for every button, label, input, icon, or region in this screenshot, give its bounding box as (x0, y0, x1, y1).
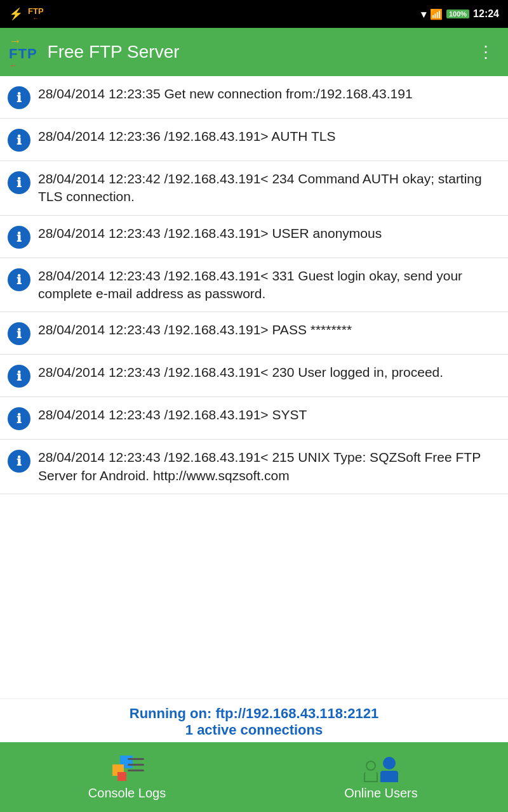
console-logs-icon (110, 754, 144, 782)
log-text: 28/04/2014 12:23:42 /192.168.43.191< 234… (38, 170, 500, 206)
log-text: 28/04/2014 12:23:36 /192.168.43.191> AUT… (38, 128, 500, 145)
log-item: ℹ28/04/2014 12:23:42 /192.168.43.191< 23… (0, 161, 508, 216)
online-users-icon (364, 754, 398, 782)
wifi-icon: ▾ (421, 8, 426, 20)
log-item: ℹ28/04/2014 12:23:43 /192.168.43.191< 21… (0, 440, 508, 494)
online-users-label: Online Users (344, 786, 418, 801)
status-right: ▾ 📶 100% 12:24 (421, 8, 499, 20)
log-text: 28/04/2014 12:23:43 /192.168.43.191< 215… (38, 449, 500, 485)
log-item: ℹ28/04/2014 12:23:43 /192.168.43.191> PA… (0, 312, 508, 355)
log-item: ℹ28/04/2014 12:23:35 Get new connection … (0, 76, 508, 119)
arrow-left-icon: ← (9, 61, 18, 70)
log-info-icon: ℹ (8, 365, 30, 388)
log-text: 28/04/2014 12:23:43 /192.168.43.191> PAS… (38, 321, 500, 339)
log-info-icon: ℹ (8, 450, 30, 473)
console-logs-tab[interactable]: Console Logs (0, 754, 254, 801)
log-text: 28/04/2014 12:23:43 /192.168.43.191> USE… (38, 225, 500, 242)
log-item: ℹ28/04/2014 12:23:36 /192.168.43.191> AU… (0, 119, 508, 161)
log-info-icon: ℹ (8, 407, 30, 430)
ftp-status-badge: FTP ← (28, 7, 44, 22)
log-info-icon: ℹ (8, 226, 30, 249)
bottom-navigation: Console Logs Online Users (0, 742, 508, 812)
active-connections-text: 1 active connections (0, 722, 508, 738)
log-item: ℹ28/04/2014 12:23:43 /192.168.43.191< 23… (0, 355, 508, 397)
online-users-tab[interactable]: Online Users (254, 754, 508, 801)
signal-icon: 📶 (430, 8, 443, 20)
log-text: 28/04/2014 12:23:43 /192.168.43.191> SYS… (38, 406, 500, 424)
footer-status: Running on: ftp://192.168.43.118:2121 1 … (0, 698, 508, 742)
log-info-icon: ℹ (8, 268, 30, 291)
app-title: Free FTP Server (48, 42, 472, 62)
log-info-icon: ℹ (8, 322, 30, 345)
clock: 12:24 (473, 8, 499, 20)
log-info-icon: ℹ (8, 86, 30, 109)
log-text: 28/04/2014 12:23:35 Get new connection f… (38, 85, 500, 103)
ftp-label: FTP (9, 47, 37, 61)
log-item: ℹ28/04/2014 12:23:43 /192.168.43.191< 33… (0, 258, 508, 313)
usb-icon: ⚡ (9, 7, 23, 21)
log-list: ℹ28/04/2014 12:23:35 Get new connection … (0, 76, 508, 698)
log-text: 28/04/2014 12:23:43 /192.168.43.191< 230… (38, 363, 500, 381)
console-logs-label: Console Logs (88, 786, 166, 801)
overflow-menu-button[interactable]: ⋮ (472, 40, 499, 65)
app-header: → FTP ← Free FTP Server ⋮ (0, 28, 508, 76)
log-text: 28/04/2014 12:23:43 /192.168.43.191< 331… (38, 267, 500, 303)
ftp-logo: → FTP ← (9, 34, 37, 70)
battery-icon: 100% (446, 10, 469, 18)
log-item: ℹ28/04/2014 12:23:43 /192.168.43.191> US… (0, 216, 508, 258)
running-on-text: Running on: ftp://192.168.43.118:2121 (0, 705, 508, 722)
log-info-icon: ℹ (8, 129, 30, 152)
status-bar: ⚡ FTP ← ▾ 📶 100% 12:24 (0, 0, 508, 28)
log-item: ℹ28/04/2014 12:23:43 /192.168.43.191> SY… (0, 397, 508, 440)
log-info-icon: ℹ (8, 171, 30, 194)
status-left: ⚡ FTP ← (9, 7, 44, 22)
arrow-right-icon: → (9, 34, 22, 47)
